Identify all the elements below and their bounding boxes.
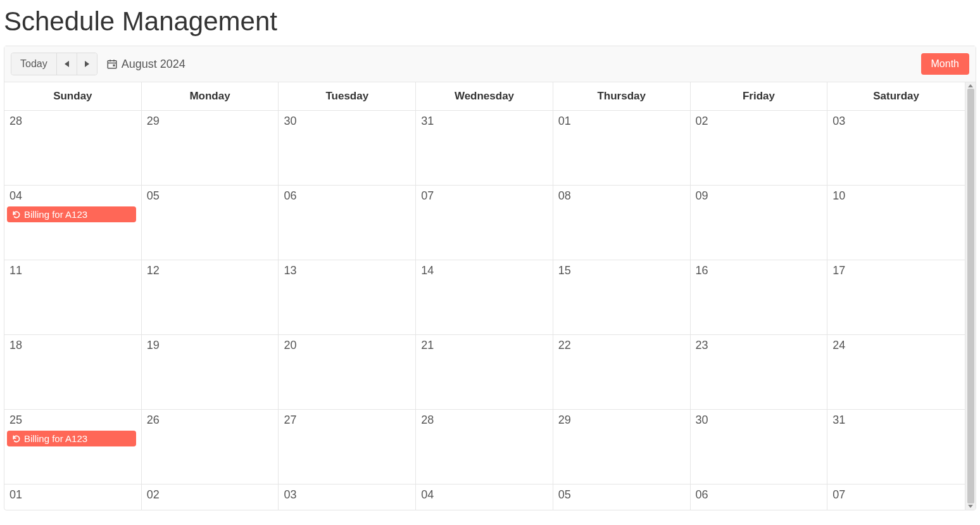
day-number: 27: [284, 414, 410, 427]
svg-rect-4: [113, 65, 115, 66]
day-cell[interactable]: 03: [827, 111, 965, 185]
page-title: Schedule Management: [4, 6, 976, 37]
weekday-header-row: Sunday Monday Tuesday Wednesday Thursday…: [4, 82, 965, 111]
day-cell[interactable]: 12: [142, 260, 279, 334]
day-cell[interactable]: 03: [279, 484, 416, 510]
day-number: 30: [284, 115, 410, 128]
day-cell[interactable]: 02: [691, 111, 828, 185]
svg-rect-0: [108, 61, 116, 68]
day-number: 26: [147, 414, 273, 427]
day-cell[interactable]: 22: [553, 335, 691, 409]
day-cell[interactable]: 06: [691, 484, 828, 510]
day-cell[interactable]: 16: [691, 260, 828, 334]
day-cell[interactable]: 21: [416, 335, 553, 409]
week-row: 28293031010203: [4, 111, 965, 186]
day-cell[interactable]: 02: [142, 484, 279, 510]
day-number: 01: [558, 115, 685, 128]
day-cell[interactable]: 04: [416, 484, 553, 510]
week-row: 18192021222324: [4, 335, 965, 410]
day-cell[interactable]: 24: [827, 335, 965, 409]
day-cell[interactable]: 27: [279, 410, 416, 484]
day-number: 24: [832, 339, 960, 352]
day-cell[interactable]: 08: [553, 186, 691, 260]
day-cell[interactable]: 31: [827, 410, 965, 484]
calendar-event[interactable]: Billing for A123: [7, 431, 136, 446]
nav-button-group: Today: [11, 53, 97, 75]
day-cell[interactable]: 01: [4, 484, 142, 510]
day-cell[interactable]: 25Billing for A123: [4, 410, 142, 484]
today-button[interactable]: Today: [11, 53, 57, 75]
weekday-header: Thursday: [553, 82, 691, 110]
day-cell[interactable]: 11: [4, 260, 142, 334]
day-number: 29: [558, 414, 685, 427]
day-cell[interactable]: 29: [553, 410, 691, 484]
day-number: 06: [696, 488, 822, 502]
day-cell[interactable]: 04Billing for A123: [4, 186, 142, 260]
day-cell[interactable]: 09: [691, 186, 828, 260]
calendar: Today: [4, 46, 976, 510]
day-number: 04: [421, 488, 548, 502]
day-cell[interactable]: 28: [4, 111, 142, 185]
day-cell[interactable]: 06: [279, 186, 416, 260]
calendar-grid: 2829303101020304Billing for A12305060708…: [4, 111, 965, 510]
day-cell[interactable]: 28: [416, 410, 553, 484]
day-cell[interactable]: 29: [142, 111, 279, 185]
day-number: 21: [421, 339, 548, 352]
day-number: 03: [832, 115, 960, 128]
day-number: 05: [558, 488, 685, 502]
day-cell[interactable]: 31: [416, 111, 553, 185]
day-cell[interactable]: 20: [279, 335, 416, 409]
scroll-up-icon: [968, 84, 973, 87]
calendar-event[interactable]: Billing for A123: [7, 206, 136, 222]
day-cell[interactable]: 15: [553, 260, 691, 334]
day-number: 29: [147, 115, 273, 128]
day-cell[interactable]: 18: [4, 335, 142, 409]
day-cell[interactable]: 30: [691, 410, 828, 484]
prev-button[interactable]: [57, 53, 77, 75]
chevron-right-icon: [85, 61, 89, 67]
weekday-header: Saturday: [827, 82, 965, 110]
day-number: 16: [696, 264, 822, 277]
day-cell[interactable]: 10: [827, 186, 965, 260]
day-number: 06: [284, 189, 410, 203]
day-cell[interactable]: 30: [279, 111, 416, 185]
day-number: 04: [9, 189, 136, 203]
day-number: 15: [558, 264, 685, 277]
month-text: August 2024: [122, 58, 185, 71]
day-number: 20: [284, 339, 410, 352]
day-cell[interactable]: 01: [553, 111, 691, 185]
day-cell[interactable]: 05: [142, 186, 279, 260]
vertical-scrollbar[interactable]: [965, 82, 976, 510]
month-view-button[interactable]: Month: [921, 53, 969, 75]
scrollbar-thumb[interactable]: [967, 89, 974, 503]
day-number: 07: [832, 488, 960, 502]
day-number: 09: [696, 189, 822, 203]
day-cell[interactable]: 13: [279, 260, 416, 334]
day-number: 14: [421, 264, 548, 277]
day-cell[interactable]: 19: [142, 335, 279, 409]
next-button[interactable]: [77, 53, 97, 75]
day-number: 18: [9, 339, 136, 352]
day-number: 08: [558, 189, 685, 203]
day-number: 12: [147, 264, 273, 277]
day-cell[interactable]: 17: [827, 260, 965, 334]
day-cell[interactable]: 05: [553, 484, 691, 510]
day-cell[interactable]: 26: [142, 410, 279, 484]
day-number: 17: [832, 264, 960, 277]
day-number: 31: [421, 115, 548, 128]
weekday-header: Tuesday: [279, 82, 416, 110]
day-cell[interactable]: 07: [416, 186, 553, 260]
day-cell[interactable]: 23: [691, 335, 828, 409]
day-number: 13: [284, 264, 410, 277]
day-cell[interactable]: 14: [416, 260, 553, 334]
day-number: 03: [284, 488, 410, 502]
day-number: 02: [147, 488, 273, 502]
weekday-header: Friday: [691, 82, 828, 110]
week-row: 11121314151617: [4, 260, 965, 335]
week-row: 25Billing for A123262728293031: [4, 410, 965, 484]
weekday-header: Monday: [142, 82, 279, 110]
repeat-icon: [12, 210, 21, 219]
calendar-toolbar: Today: [4, 46, 976, 82]
day-cell[interactable]: 07: [827, 484, 965, 510]
day-number: 28: [9, 115, 136, 128]
